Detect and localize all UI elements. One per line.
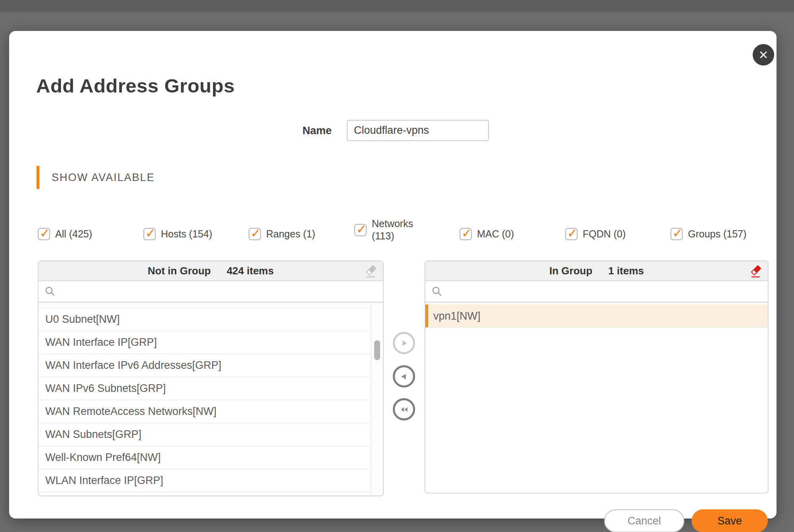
checkbox-ranges[interactable]: ✓ <box>249 228 261 240</box>
panel-count: 424 items <box>227 265 274 277</box>
list-item[interactable]: WAN IPv6 Subnets[GRP] <box>39 377 371 400</box>
clear-list-eraser-icon[interactable] <box>749 264 763 278</box>
filter-label: All (425) <box>55 228 92 240</box>
filter-ranges[interactable]: ✓ Ranges (1) <box>249 228 315 240</box>
not-in-group-header: Not in Group 424 items <box>39 261 383 281</box>
filter-label: Hosts (154) <box>161 228 212 240</box>
list-item[interactable]: WAN Subnets[GRP] <box>39 423 371 446</box>
page-title: Add Address Groups <box>36 75 235 97</box>
not-in-group-list: U0 Subnet[NW] WAN Interface IP[GRP] WAN … <box>39 303 383 495</box>
filter-networks[interactable]: ✓ Networks (113) <box>354 218 418 242</box>
in-group-search-input[interactable] <box>447 281 762 302</box>
right-arrow-icon <box>399 338 409 348</box>
panel-title: In Group <box>549 265 592 277</box>
list-item[interactable]: WAN Interface IP[GRP] <box>39 331 371 354</box>
filter-hosts[interactable]: ✓ Hosts (154) <box>143 228 212 240</box>
not-in-group-search-row <box>39 281 383 303</box>
name-field-label: Name <box>283 125 332 137</box>
check-icon: ✓ <box>145 227 156 239</box>
panel-count: 1 items <box>608 265 644 277</box>
checkbox-fqdn[interactable]: ✓ <box>565 228 578 240</box>
move-right-button[interactable] <box>393 332 415 354</box>
dimmed-background-strip <box>0 0 794 12</box>
close-icon: ✕ <box>758 48 768 62</box>
filter-label: Networks (113) <box>372 218 418 242</box>
in-group-search-row <box>425 281 768 303</box>
left-arrow-icon <box>399 372 409 382</box>
filter-label: Groups (157) <box>688 228 746 240</box>
check-icon: ✓ <box>672 227 683 239</box>
filter-mac[interactable]: ✓ MAC (0) <box>460 228 514 240</box>
double-left-arrow-icon <box>399 405 410 414</box>
check-icon: ✓ <box>251 227 261 239</box>
check-icon: ✓ <box>567 227 578 239</box>
not-in-group-panel: Not in Group 424 items <box>38 260 384 496</box>
checkbox-hosts[interactable]: ✓ <box>143 228 156 240</box>
move-left-button[interactable] <box>393 365 415 387</box>
in-group-panel: In Group 1 items vpn1[NW] <box>425 260 769 493</box>
filter-groups[interactable]: ✓ Groups (157) <box>670 228 746 240</box>
name-field[interactable] <box>347 120 489 141</box>
partial-row <box>39 303 371 308</box>
scrollbar-thumb[interactable] <box>374 340 380 360</box>
panel-title: Not in Group <box>148 265 211 277</box>
checkbox-groups[interactable]: ✓ <box>670 228 683 240</box>
section-heading: SHOW AVAILABLE <box>52 172 155 184</box>
not-in-group-search-input[interactable] <box>60 281 377 302</box>
list-scrollbar[interactable] <box>371 303 383 495</box>
list-item[interactable]: Well-Known Pref64[NW] <box>39 446 371 469</box>
search-icon <box>44 285 56 297</box>
in-group-list: vpn1[NW] <box>425 305 768 493</box>
check-icon: ✓ <box>462 227 472 239</box>
close-button[interactable]: ✕ <box>751 42 776 67</box>
cancel-button[interactable]: Cancel <box>604 509 684 532</box>
list-item[interactable]: WAN RemoteAccess Networks[NW] <box>39 400 371 423</box>
list-item[interactable]: U0 Subnet[NW] <box>39 308 371 331</box>
save-button[interactable]: Save <box>692 509 768 532</box>
filter-label: MAC (0) <box>477 228 514 240</box>
move-all-left-button[interactable] <box>393 398 415 420</box>
search-icon <box>431 285 443 297</box>
clear-list-eraser-icon[interactable] <box>364 264 378 278</box>
list-item[interactable]: WLAN Interface IP[GRP] <box>39 469 371 492</box>
checkbox-networks[interactable]: ✓ <box>354 224 367 236</box>
list-item-selected[interactable]: vpn1[NW] <box>425 305 768 328</box>
filter-label: Ranges (1) <box>266 228 315 240</box>
section-accent-bar <box>37 166 39 189</box>
check-icon: ✓ <box>356 223 367 235</box>
in-group-header: In Group 1 items <box>425 261 768 281</box>
checkbox-mac[interactable]: ✓ <box>460 228 472 240</box>
list-item[interactable]: WAN Interface IPv6 Addresses[GRP] <box>39 354 371 377</box>
filter-label: FQDN (0) <box>583 228 626 240</box>
checkbox-all[interactable]: ✓ <box>38 228 50 240</box>
filter-all[interactable]: ✓ All (425) <box>38 228 92 240</box>
add-address-groups-dialog: Add Address Groups Name SHOW AVAILABLE ✓… <box>9 31 777 519</box>
check-icon: ✓ <box>40 227 50 239</box>
filter-fqdn[interactable]: ✓ FQDN (0) <box>565 228 626 240</box>
type-filter-row: ✓ All (425) ✓ Hosts (154) ✓ Ranges (1) ✓… <box>38 214 777 246</box>
